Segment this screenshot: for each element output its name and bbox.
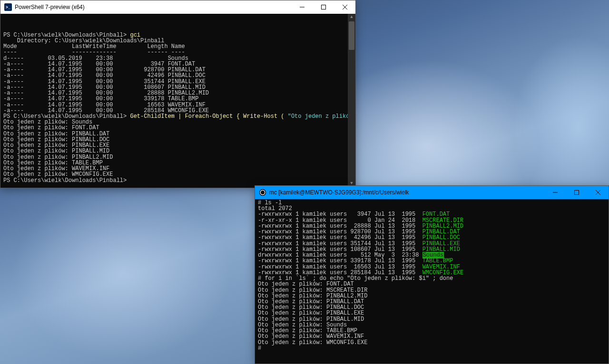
terminal-line: # ls -l: [258, 200, 606, 206]
maximize-button[interactable]: [566, 186, 587, 199]
svg-rect-1: [321, 5, 325, 10]
minimize-button[interactable]: [544, 186, 566, 199]
terminal-icon: [259, 189, 266, 196]
powershell-title: PowerShell 7-preview (x64): [15, 4, 85, 10]
powershell-titlebar[interactable]: >_ PowerShell 7-preview (x64): [0, 0, 355, 14]
powershell-window: >_ PowerShell 7-preview (x64) ▲ ▼ PS C:\…: [0, 0, 356, 188]
terminal-line: Oto jeden z plików: WMCONFIG.EXE: [258, 340, 606, 345]
close-button[interactable]: [334, 0, 355, 14]
scroll-up-icon[interactable]: ▲: [348, 14, 355, 21]
terminal-line: PS C:\Users\wielk\Downloads\Pinball>: [3, 178, 353, 183]
mc-title: mc [kamilek@MEWTWO-SJG99G3]:/mnt/c/Users…: [269, 189, 409, 196]
svg-rect-8: [574, 191, 579, 195]
maximize-button[interactable]: [313, 0, 334, 14]
scrollbar[interactable]: ▲ ▼: [348, 14, 355, 188]
svg-point-6: [261, 191, 265, 194]
terminal-line: #: [258, 345, 606, 351]
mc-titlebar[interactable]: mc [kamilek@MEWTWO-SJG99G3]:/mnt/c/Users…: [255, 186, 609, 199]
powershell-terminal[interactable]: ▲ ▼ PS C:\Users\wielk\Downloads\Pinball>…: [0, 14, 355, 188]
minimize-button[interactable]: [291, 0, 313, 14]
close-button[interactable]: [587, 186, 609, 199]
scrollbar-thumb[interactable]: [349, 21, 354, 50]
mc-terminal[interactable]: # ls -ltotal 2072-rwxrwxrwx 1 kamilek us…: [255, 199, 609, 364]
mc-window: mc [kamilek@MEWTWO-SJG99G3]:/mnt/c/Users…: [255, 185, 609, 364]
powershell-icon: >_: [4, 3, 12, 11]
